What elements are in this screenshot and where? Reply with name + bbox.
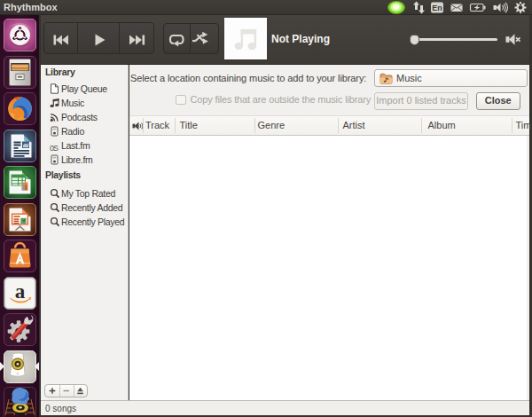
svg-text:En: En xyxy=(432,4,442,12)
svg-text:a: a xyxy=(15,279,26,302)
